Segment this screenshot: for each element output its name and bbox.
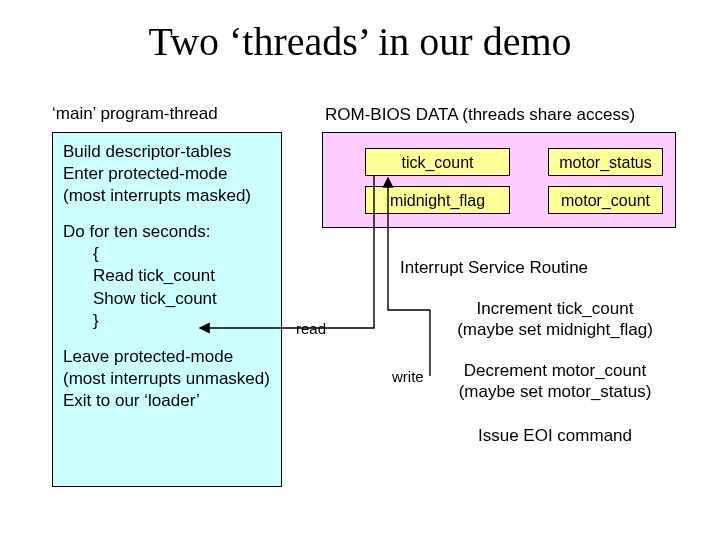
main-line: Build descriptor-tables bbox=[63, 141, 271, 163]
main-block-1: Build descriptor-tables Enter protected-… bbox=[63, 141, 271, 207]
isr-block-3: Issue EOI command bbox=[430, 425, 680, 446]
main-line: Exit to our ‘loader’ bbox=[63, 390, 271, 412]
main-line: (most interrupts masked) bbox=[63, 185, 271, 207]
isr-line: Decrement motor_count bbox=[430, 360, 680, 381]
main-block-3: Leave protected-mode (most interrupts un… bbox=[63, 346, 271, 412]
read-label: read bbox=[296, 320, 326, 337]
isr-line: Issue EOI command bbox=[430, 425, 680, 446]
main-thread-box: Build descriptor-tables Enter protected-… bbox=[52, 132, 282, 487]
cell-midnight-flag: midnight_flag bbox=[365, 186, 510, 214]
rom-bios-label: ROM-BIOS DATA (threads share access) bbox=[325, 105, 635, 125]
main-line: Read tick_count bbox=[63, 265, 271, 287]
main-line: Leave protected-mode bbox=[63, 346, 271, 368]
main-line: } bbox=[63, 310, 271, 332]
isr-block-2: Decrement motor_count (maybe set motor_s… bbox=[430, 360, 680, 403]
cell-motor-count: motor_count bbox=[548, 186, 663, 214]
main-line: (most interrupts unmasked) bbox=[63, 368, 271, 390]
slide: Two ‘threads’ in our demo ‘main’ program… bbox=[0, 0, 720, 540]
main-block-2: Do for ten seconds: { Read tick_count Sh… bbox=[63, 221, 271, 331]
isr-line: (maybe set motor_status) bbox=[430, 381, 680, 402]
isr-block-1: Increment tick_count (maybe set midnight… bbox=[430, 298, 680, 341]
main-thread-label: ‘main’ program-thread bbox=[52, 104, 218, 124]
isr-line: (maybe set midnight_flag) bbox=[430, 319, 680, 340]
main-line: { bbox=[63, 243, 271, 265]
cell-tick-count: tick_count bbox=[365, 148, 510, 176]
write-label: write bbox=[392, 368, 424, 385]
cell-motor-status: motor_status bbox=[548, 148, 663, 176]
main-line: Do for ten seconds: bbox=[63, 221, 271, 243]
isr-line: Increment tick_count bbox=[430, 298, 680, 319]
isr-title: Interrupt Service Routine bbox=[400, 258, 588, 278]
slide-title: Two ‘threads’ in our demo bbox=[0, 18, 720, 65]
main-line: Show tick_count bbox=[63, 288, 271, 310]
main-line: Enter protected-mode bbox=[63, 163, 271, 185]
